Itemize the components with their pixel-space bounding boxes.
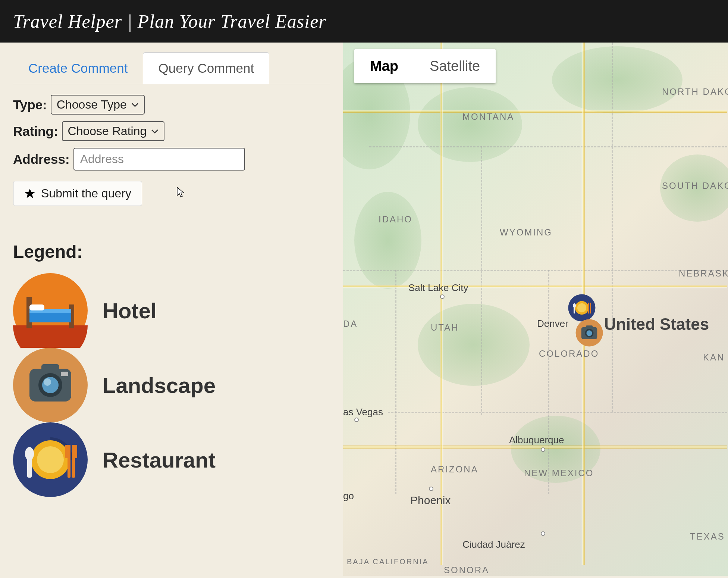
cursor-icon bbox=[176, 187, 185, 199]
map-label-country: United States bbox=[604, 315, 709, 334]
svg-rect-28 bbox=[590, 303, 591, 313]
type-row: Type: Choose Type bbox=[13, 95, 330, 115]
map-label-texas: TEXAS bbox=[690, 531, 725, 542]
tab-query-comment[interactable]: Query Comment bbox=[143, 52, 269, 84]
type-select[interactable]: Choose Type bbox=[51, 95, 145, 115]
map-label-da: DA bbox=[343, 319, 358, 329]
legend-hotel-row: Hotel bbox=[13, 273, 330, 348]
left-panel: Create Comment Query Comment Type: Choos… bbox=[0, 43, 343, 576]
svg-rect-5 bbox=[29, 304, 44, 310]
map-label-idaho: IDAHO bbox=[379, 214, 412, 225]
map-label-montana: MONTANA bbox=[462, 112, 514, 122]
map-view-button[interactable]: Map bbox=[354, 49, 414, 83]
star-icon bbox=[24, 188, 36, 200]
address-row: Address: bbox=[13, 148, 330, 171]
address-label: Address: bbox=[13, 152, 70, 167]
tab-bar: Create Comment Query Comment bbox=[13, 52, 330, 84]
restaurant-icon bbox=[13, 422, 88, 497]
map-label-arizona: ARIZONA bbox=[431, 464, 478, 475]
svg-rect-26 bbox=[574, 307, 575, 313]
legend-restaurant-row: Restaurant bbox=[13, 422, 330, 497]
map-label-sonora: SONORA bbox=[444, 565, 489, 575]
svg-rect-8 bbox=[41, 364, 59, 372]
map-label-juarez: Ciudad Juárez bbox=[462, 539, 525, 550]
svg-rect-17 bbox=[27, 458, 32, 478]
map-type-controls: Map Satellite bbox=[354, 49, 496, 83]
svg-point-15 bbox=[37, 446, 64, 473]
map-label-north-dakota: NORTH DAKOTA bbox=[662, 87, 728, 97]
app-title: Travel Helper | Plan Your Travel Easier bbox=[13, 11, 326, 32]
map-label-kansas: KAN bbox=[703, 352, 725, 363]
svg-rect-20 bbox=[65, 445, 68, 458]
map-marker-landscape[interactable] bbox=[575, 319, 603, 347]
svg-point-33 bbox=[586, 330, 592, 336]
map-label-vegas: as Vegas bbox=[343, 406, 383, 418]
map-label-albuquerque: Albuquerque bbox=[509, 434, 564, 446]
app-header: Travel Helper | Plan Your Travel Easier bbox=[0, 0, 728, 43]
tab-create-comment[interactable]: Create Comment bbox=[13, 52, 143, 84]
svg-rect-31 bbox=[586, 325, 593, 328]
svg-rect-21 bbox=[74, 445, 77, 458]
chevron-down-icon bbox=[131, 103, 139, 107]
map-label-phoenix: Phoenix bbox=[410, 494, 451, 507]
legend-landscape-label: Landscape bbox=[103, 373, 216, 398]
svg-point-24 bbox=[577, 303, 586, 312]
legend-restaurant-label: Restaurant bbox=[103, 447, 216, 472]
hotel-icon bbox=[13, 273, 88, 348]
svg-rect-27 bbox=[588, 303, 589, 313]
svg-point-25 bbox=[573, 303, 576, 308]
map-label-wyoming: WYOMING bbox=[500, 227, 552, 238]
submit-query-button[interactable]: Submit the query bbox=[13, 181, 142, 206]
type-label: Type: bbox=[13, 97, 47, 112]
map-panel[interactable]: Map Satellite MONTANA NORTH DAKOTA SOUTH… bbox=[343, 43, 728, 576]
map-label-colorado: COLORADO bbox=[539, 349, 599, 359]
map-marker-restaurant[interactable] bbox=[568, 294, 596, 322]
map-label-utah: UTAH bbox=[431, 322, 459, 333]
map-label-denver: Denver bbox=[537, 318, 568, 329]
legend-hotel-label: Hotel bbox=[103, 298, 157, 323]
map-label-south-dakota: SOUTH DAKOTA bbox=[662, 181, 728, 191]
rating-row: Rating: Choose Rating bbox=[13, 121, 330, 141]
main-content: Create Comment Query Comment Type: Choos… bbox=[0, 43, 728, 576]
map-label-new-mexico: NEW MEXICO bbox=[524, 468, 594, 478]
rating-select[interactable]: Choose Rating bbox=[62, 121, 165, 141]
satellite-view-button[interactable]: Satellite bbox=[414, 49, 496, 83]
legend-landscape-row: Landscape bbox=[13, 348, 330, 422]
svg-point-10 bbox=[42, 377, 59, 393]
map-label-nebraska: NEBRASK bbox=[679, 268, 728, 279]
address-input[interactable] bbox=[73, 148, 245, 171]
map-label-baja: BAJA CALIFORNIA bbox=[347, 557, 429, 566]
landscape-icon bbox=[13, 348, 88, 422]
svg-rect-12 bbox=[61, 372, 68, 376]
legend-title: Legend: bbox=[13, 241, 330, 262]
map-label-go: go bbox=[343, 490, 354, 502]
svg-point-11 bbox=[44, 378, 51, 386]
rating-label: Rating: bbox=[13, 124, 58, 139]
map-label-slc: Salt Lake City bbox=[408, 282, 468, 294]
chevron-down-icon bbox=[151, 129, 159, 134]
